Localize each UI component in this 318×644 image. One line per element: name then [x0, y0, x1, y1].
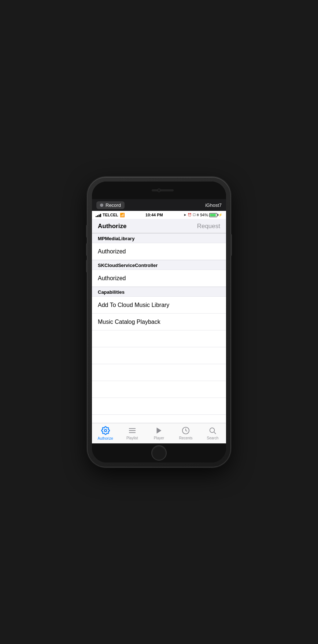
signal-bars [96, 213, 101, 217]
record-label: Record [106, 202, 121, 208]
record-dot [100, 204, 103, 207]
section-header-mpmedia: MPMediaLibrary [92, 233, 226, 243]
top-bezel [92, 182, 226, 199]
list-item-music-catalog: Music Catalog Playback [92, 314, 226, 330]
carrier-label: TELCEL [103, 213, 118, 217]
tab-player-label: Player [154, 436, 164, 440]
status-time: 10:44 PM [145, 213, 163, 217]
battery-percent: 94% [200, 213, 208, 217]
alarm-icon: ⏰ [188, 213, 192, 217]
wifi-icon: 📶 [120, 213, 125, 217]
gear-icon [101, 426, 110, 436]
battery-fill [210, 214, 216, 216]
section-header-skcloud: SKCloudServiceController [92, 260, 226, 270]
empty-row-6 [92, 415, 226, 423]
status-bar: TELCEL 📶 10:44 PM ➤ ⏰ ☐ B 94% ⚡ [92, 211, 226, 219]
svg-point-0 [104, 429, 107, 432]
tab-search[interactable]: Search [199, 423, 226, 443]
empty-row-2 [92, 347, 226, 364]
battery-icon [209, 213, 217, 217]
tab-recents[interactable]: Recents [173, 423, 199, 443]
phone-frame: Record iGhost7 TELCEL 📶 10:44 PM ➤ ⏰ ☐ [88, 177, 230, 467]
speaker [152, 189, 174, 191]
screen-icon: ☐ [193, 213, 196, 217]
status-right: ➤ ⏰ ☐ B 94% ⚡ [184, 213, 222, 217]
home-button[interactable] [151, 445, 167, 461]
tab-playlist[interactable]: Playlist [119, 423, 145, 443]
tab-playlist-label: Playlist [126, 436, 138, 440]
screen-content: Authorize Request MPMediaLibrary Authori… [92, 219, 226, 443]
bluetooth-icon: B [197, 213, 199, 217]
empty-row-4 [92, 381, 226, 398]
search-icon [208, 427, 217, 436]
empty-row-1 [92, 330, 226, 347]
tab-recents-label: Recents [179, 436, 193, 440]
section-header-capabilities: Capabilities [92, 287, 226, 297]
status-left: TELCEL 📶 [96, 213, 125, 217]
tab-authorize[interactable]: Authorize [92, 423, 119, 443]
record-button[interactable]: Record [96, 201, 125, 209]
recents-icon [182, 427, 190, 436]
empty-row-3 [92, 364, 226, 381]
tab-search-label: Search [207, 436, 219, 440]
svg-point-6 [210, 428, 215, 433]
play-icon [155, 427, 163, 436]
svg-line-7 [214, 432, 216, 434]
nav-title: Authorize [98, 223, 126, 230]
bottom-bezel [92, 443, 226, 462]
nav-header: Authorize Request [92, 219, 226, 233]
device-name: iGhost7 [205, 202, 222, 208]
playlist-icon [128, 427, 136, 436]
record-bar: Record iGhost7 [92, 199, 226, 211]
svg-marker-4 [157, 428, 162, 434]
tab-authorize-label: Authorize [97, 437, 113, 440]
list-item-add-to-cloud: Add To Cloud Music Library [92, 297, 226, 314]
list-item-skcloud-authorized: Authorized [92, 270, 226, 287]
empty-row-5 [92, 398, 226, 415]
camera [157, 189, 161, 192]
tab-bar: Authorize Playlist [92, 423, 226, 443]
list-content: MPMediaLibrary Authorized SKCloudService… [92, 233, 226, 423]
location-icon: ➤ [184, 213, 186, 217]
list-item-mpmedia-authorized: Authorized [92, 243, 226, 260]
tab-player[interactable]: Player [145, 423, 172, 443]
phone-screen: Record iGhost7 TELCEL 📶 10:44 PM ➤ ⏰ ☐ [92, 182, 226, 462]
nav-request-tab[interactable]: Request [197, 223, 220, 230]
charging-icon: ⚡ [218, 213, 222, 217]
